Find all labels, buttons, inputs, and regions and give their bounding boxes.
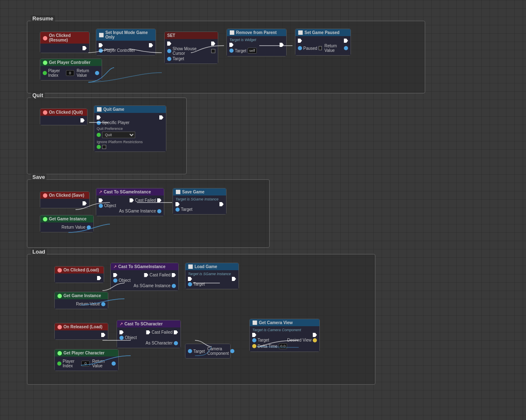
node-get-camera-view: ⬜ Get Camera View Target is Camera Compo… xyxy=(249,319,320,352)
exec-pin-out xyxy=(83,46,87,50)
on-clicked-load-label: On Clicked (Load) xyxy=(63,268,99,272)
cast-to-sgame-save-label: Cast To SGameInstance xyxy=(104,190,151,194)
node-load-game: ⬜ Load Game Target is SGame Instance Tar… xyxy=(185,263,239,289)
node-get-player-controller: ⬤ Get Player Controller Player Index 0 R… xyxy=(40,59,102,81)
node-on-released-load: ⬤ On Released (Load) xyxy=(54,323,108,340)
node-set-game-paused: ⬜ Set Game Paused Paused Return Value xyxy=(295,29,351,56)
load-section-title: Load xyxy=(31,249,47,255)
resume-section: Resume ⬤ On Clicked (Resume) ⬜ Set Input… xyxy=(27,21,425,93)
node-on-clicked-save: ⬤ On Clicked (Save) xyxy=(40,191,90,208)
get-player-controller-label: Get Player Controller xyxy=(49,60,90,65)
save-section-title: Save xyxy=(31,174,46,180)
load-game-label: Load Game xyxy=(195,264,217,269)
node-quit-game: ⬜ Quit Game Specific Player Quit Prefere… xyxy=(94,105,166,152)
get-camera-view-label: Get Camera View xyxy=(259,320,293,325)
on-clicked-resume-label: On Clicked (Resume) xyxy=(49,33,87,42)
node-remove-from-parent: ⬜ Remove from Parent Target is Widget Ta… xyxy=(226,29,287,56)
remove-from-parent-label: Remove from Parent xyxy=(236,30,277,35)
node-camera-component: Target Camera Component xyxy=(185,344,231,359)
quit-section: Quit ⬤ On Clicked (Quit) ⬜ Quit Game xyxy=(27,98,187,174)
node-get-game-instance-load: ⬤ Get Game Instance Return Value xyxy=(54,292,108,309)
save-section: Save ⬤ On Clicked (Save) ↗ Cast To SGame… xyxy=(27,179,270,248)
set-input-mode-label: Set Input Mode Game Only xyxy=(105,30,153,39)
node-on-clicked-load: ⬤ On Clicked (Load) xyxy=(54,266,104,283)
on-clicked-save-label: On Clicked (Save) xyxy=(49,193,84,198)
save-game-label: Save Game xyxy=(182,190,205,194)
node-set: SET Show Mouse Cursor Target xyxy=(164,32,218,64)
quit-section-title: Quit xyxy=(31,92,45,98)
get-player-character-label: Get Player Character xyxy=(63,351,105,355)
node-cast-to-sgame-load: ↗ Cast To SGameInstance Cast Failed Obje… xyxy=(110,263,179,291)
load-section: Load ⬤ On Clicked (Load) ↗ Cast To SGame… xyxy=(27,254,375,385)
quit-game-label: Quit Game xyxy=(103,107,124,112)
node-on-clicked-quit: ⬤ On Clicked (Quit) xyxy=(40,108,88,125)
on-clicked-quit-label: On Clicked (Quit) xyxy=(49,110,83,115)
cast-to-sgame-load-label: Cast To SGameInstance xyxy=(118,264,166,269)
on-released-load-label: On Released (Load) xyxy=(63,325,102,329)
node-get-player-character: ⬤ Get Player Character Player Index 0 Re… xyxy=(54,349,119,371)
get-game-instance-save-label: Get Game Instance xyxy=(49,217,87,221)
node-set-input-mode: ⬜ Set Input Mode Game Only Player Contro… xyxy=(96,29,156,56)
node-get-game-instance-save: ⬤ Get Game Instance Return Value xyxy=(40,215,94,232)
node-save-game: ⬜ Save Game Target is SGame Instance Tar… xyxy=(173,188,226,215)
set-label: SET xyxy=(167,33,175,38)
quit-preference-select[interactable]: Quit xyxy=(102,132,135,138)
resume-section-title: Resume xyxy=(31,15,55,22)
node-on-clicked-resume: ⬤ On Clicked (Resume) xyxy=(40,32,90,53)
cast-to-scharacter-label: Cast To SCharacter xyxy=(124,322,163,326)
node-cast-to-scharacter: ↗ Cast To SCharacter Cast Failed Object … xyxy=(117,320,181,348)
set-game-paused-label: Set Game Paused xyxy=(304,30,339,35)
node-cast-to-sgame-save: ↗ Cast To SGameInstance Cast Failed Obje… xyxy=(96,188,164,216)
get-game-instance-load-label: Get Game Instance xyxy=(63,293,101,298)
